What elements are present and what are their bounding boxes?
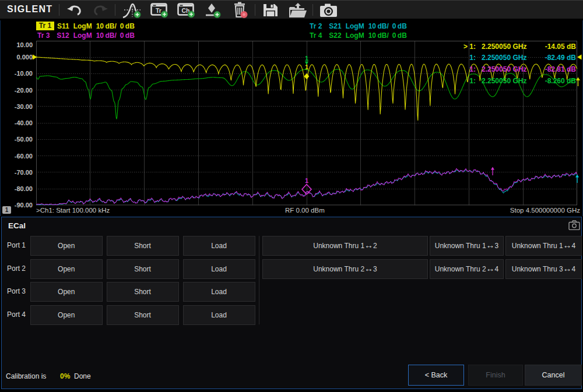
svg-text:1:: 1: [469,65,476,73]
svg-text:-10.00: -10.00 [15,70,33,77]
svg-text:-70.00: -70.00 [15,169,33,176]
svg-text:-80.00: -80.00 [15,185,33,192]
svg-text:1: 1 [305,177,308,184]
svg-text:2.250050 GHz: 2.250050 GHz [482,54,526,62]
svg-text:1: 1 [305,55,308,62]
svg-text:1: 1 [305,63,308,70]
svg-text:-50.00: -50.00 [15,136,33,143]
svg-text:> 1:: > 1: [463,43,476,51]
svg-text:0.000: 0.000 [16,54,33,61]
svg-text:1:: 1: [469,54,476,62]
svg-text:-30.00: -30.00 [15,103,33,110]
svg-text:2.250050 GHz: 2.250050 GHz [482,43,526,51]
svg-text:-82.49 dB: -82.49 dB [545,54,577,62]
svg-text:10.00: 10.00 [16,41,33,48]
svg-text:-82.81 dB: -82.81 dB [545,65,577,73]
svg-text:-40.00: -40.00 [15,119,33,126]
svg-text:-20.00: -20.00 [15,87,33,94]
svg-text:-8.260 dB: -8.260 dB [545,77,577,85]
svg-text:-60.00: -60.00 [15,153,33,160]
svg-text:1:: 1: [469,77,476,85]
svg-text:2.250050 GHz: 2.250050 GHz [482,77,526,85]
svg-text:-14.05 dB: -14.05 dB [545,43,577,51]
svg-text:-90.00: -90.00 [15,202,33,209]
svg-text:2.250050 GHz: 2.250050 GHz [482,65,526,73]
